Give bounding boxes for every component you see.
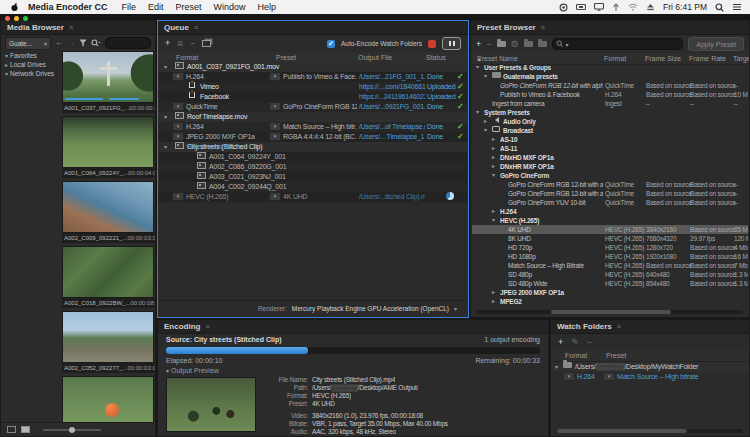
caret-collapsed-icon[interactable]: ▸ <box>492 135 495 144</box>
stop-queue-button[interactable] <box>428 40 436 48</box>
add-source-button[interactable]: + <box>165 39 170 48</box>
list-view-button[interactable] <box>7 426 16 433</box>
preset-row[interactable]: 4K UHDHEVC (H.265)3840x2160Based on sour… <box>472 225 748 234</box>
media-clip[interactable] <box>62 376 155 423</box>
preset-row[interactable]: Publish to Vimeo & FacebookH.264Based on… <box>472 90 748 99</box>
menu-help[interactable]: Help <box>258 2 277 12</box>
app-menu[interactable]: Media Encoder CC <box>28 2 108 12</box>
preset-row[interactable]: HD 1080pHEVC (H.265)1920x1080Based on so… <box>472 252 748 261</box>
minimize-button[interactable] <box>14 16 19 21</box>
slider-knob[interactable] <box>69 427 75 433</box>
format-dropdown[interactable]: ▾ <box>172 192 184 201</box>
delete-preset-button[interactable]: − <box>486 40 491 49</box>
watch-horizontal-scrollbar[interactable] <box>557 429 743 433</box>
caret-expanded-icon[interactable]: ▾ <box>484 72 487 81</box>
watch-folder-output-row[interactable]: ▾ H.264 ▾ Match Source – High bitrate <box>551 372 749 382</box>
file-type-filter-icon[interactable] <box>91 39 101 47</box>
clip-thumbnail[interactable] <box>62 376 154 423</box>
queue-row[interactable]: ▾H.264▾Match Source – High bitr.../Users… <box>159 122 467 132</box>
menu-preset[interactable]: Preset <box>176 2 202 12</box>
preset-row[interactable]: ▸Audio Only <box>472 117 748 126</box>
pause-queue-button[interactable] <box>442 37 461 50</box>
preset-settings-icon[interactable]: ⚙ <box>511 40 519 49</box>
media-clip[interactable]: A002_C009_092221_...00:00:03:04 <box>62 181 155 243</box>
edit-watch-folder-button[interactable]: ✎ <box>571 338 579 347</box>
tab-media-browser[interactable]: Media Browser <box>7 23 64 32</box>
queue-row[interactable]: ▾City streets (Stitched Clip)Hide 4 sour… <box>159 142 467 152</box>
preset-dropdown[interactable]: ▾ <box>269 132 281 141</box>
tab-queue[interactable]: Queue <box>164 23 189 32</box>
preset-row[interactable]: GoPro CineForm RGB 12-bit with alphaQuic… <box>472 180 748 189</box>
preset-row[interactable]: ▸AS-11 <box>472 144 748 153</box>
output-file-link[interactable]: /Users/...titched Clip).mp4 <box>359 192 425 202</box>
preset-dropdown[interactable]: ▾ <box>269 192 281 201</box>
preset-row[interactable]: GoPro CineForm RGB 12-bit with alpha...Q… <box>472 189 748 198</box>
import-preset-icon[interactable] <box>524 41 533 47</box>
tab-encoding[interactable]: Encoding <box>164 322 200 331</box>
preset-row[interactable]: ▸AS-10 <box>472 135 748 144</box>
preset-row[interactable]: ▸DNxHR MXF OP1a <box>472 162 748 171</box>
output-preview-section[interactable]: ▾ Output Preview <box>166 367 219 374</box>
spotlight-search-icon[interactable] <box>715 3 724 12</box>
queue-row[interactable]: A001_C064_09224Y_001 <box>159 152 467 162</box>
queue-row[interactable]: A004_C002_09244Q_001 <box>159 182 467 192</box>
preset-row[interactable]: ▸DNxHD MXF OP1a <box>472 153 748 162</box>
forward-button[interactable]: → <box>67 38 75 48</box>
queue-row[interactable]: Facebookhttps://...24119614602283Uploade… <box>159 92 467 102</box>
preset-row[interactable]: ▸MPEG2 <box>472 297 748 305</box>
caret-collapsed-icon[interactable]: ▸ <box>492 144 495 153</box>
remove-watch-folder-button[interactable]: − <box>587 338 592 347</box>
queue-row[interactable]: A003_C021_0923NJ_001 <box>159 172 467 182</box>
remove-button[interactable]: − <box>190 39 195 48</box>
preset-row[interactable]: HD 720pHEVC (H.265)1280x720Based on sour… <box>472 243 748 252</box>
output-file-link[interactable]: /Users/... Timelapse_1.mxf <box>359 132 425 142</box>
queue-row[interactable]: ▾H.264▾Publish to Vimeo & Face.../Users/… <box>159 72 467 82</box>
clip-thumbnail[interactable] <box>62 116 154 168</box>
filter-funnel-icon[interactable] <box>79 39 87 47</box>
caret-icon[interactable]: ▸ <box>5 62 8 68</box>
menubar-clock[interactable]: Fri 6:41 PM <box>663 2 707 12</box>
preset-row[interactable]: Match Source – High BitrateHEVC (H.265)B… <box>472 261 748 270</box>
preset-row[interactable]: ▾Broadcast <box>472 126 748 135</box>
panel-menu-icon[interactable]: ≡ <box>194 24 198 31</box>
auto-encode-checkbox[interactable]: ✓ <box>327 40 335 48</box>
caret-expanded-icon[interactable]: ▾ <box>555 362 558 372</box>
preset-dropdown[interactable]: ▾ <box>269 102 281 111</box>
queue-row[interactable]: ▾A001_C037_0921FG_001.mov <box>159 62 467 72</box>
caret-expanded-icon[interactable]: ▾ <box>164 142 167 152</box>
eject-icon[interactable] <box>646 3 655 11</box>
menu-edit[interactable]: Edit <box>148 2 164 12</box>
output-file-link[interactable]: /Users/...0921FG_001.mov <box>359 102 425 112</box>
format-dropdown[interactable]: ▾ <box>172 102 184 111</box>
preset-dropdown[interactable]: ▾ <box>269 72 281 81</box>
preset-dropdown[interactable]: ▾ <box>269 122 281 131</box>
panel-menu-icon[interactable]: ≡ <box>205 323 209 330</box>
queue-row[interactable]: Vimeohttps://....com/184066142Uploaded✓ <box>159 82 467 92</box>
caret-expanded-icon[interactable]: ▾ <box>164 62 167 72</box>
preset-row[interactable]: ▾GoPro CineForm <box>472 171 748 180</box>
preset-row[interactable]: ▾Guatemala presets <box>472 72 748 81</box>
media-clip[interactable]: A002_C052_092277_...00:00:03:04 <box>62 311 155 373</box>
scrollbar-thumb[interactable] <box>551 310 671 314</box>
media-clip[interactable]: A001_C064_09224Y_...00:00:04:08 <box>62 116 155 178</box>
media-clip[interactable]: A001_C037_0921FG_...00:00:00:20 <box>62 51 155 113</box>
share-url[interactable]: https://....com/184066142 <box>359 82 425 92</box>
create-group-icon[interactable] <box>497 41 506 47</box>
caret-collapsed-icon[interactable]: ▸ <box>492 207 495 216</box>
queue-row[interactable]: ▾HEVC (H.265)▾4K UHD/Users/...titched Cl… <box>159 192 467 202</box>
format-dropdown[interactable]: ▾ <box>172 72 184 81</box>
panel-menu-icon[interactable]: ≡ <box>69 24 73 31</box>
caret-expanded-icon[interactable]: ▾ <box>492 216 495 225</box>
share-url[interactable]: https://...24119614602283 <box>359 92 425 102</box>
preset-row[interactable]: ▾System Presets <box>472 108 748 117</box>
preset-row[interactable]: GoPro CineForm YUV 10-bitQuickTimeBased … <box>472 198 748 207</box>
caret-expanded-icon[interactable]: ▾ <box>164 112 167 122</box>
create-preset-button[interactable]: + <box>476 40 481 49</box>
hide-sources-link[interactable]: Hide 4 sources <box>187 142 231 152</box>
caret-expanded-icon[interactable]: ▾ <box>476 63 479 72</box>
caret-collapsed-icon[interactable]: ▸ <box>492 162 495 171</box>
notification-center-icon[interactable] <box>732 3 742 11</box>
apple-menu-icon[interactable] <box>10 3 19 12</box>
watch-folder-row[interactable]: ▾ /Users/░░░░░░/Desktop/MyWatchFolder <box>551 362 749 372</box>
preset-dropdown[interactable]: ▾ <box>603 372 615 381</box>
